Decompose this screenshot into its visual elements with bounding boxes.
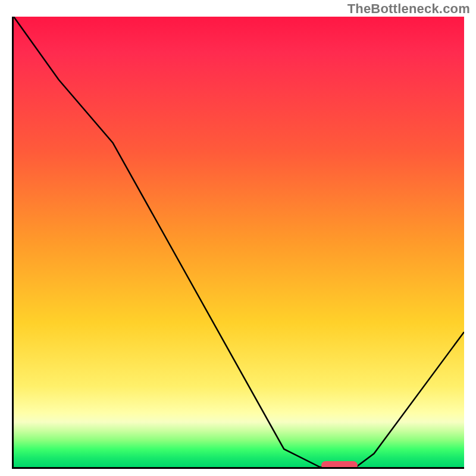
chart-container: TheBottleneck.com [0, 0, 476, 476]
optimal-marker [321, 461, 358, 469]
plot-area [12, 17, 464, 469]
curve-svg [14, 17, 464, 467]
bottleneck-curve-path [14, 17, 464, 467]
watermark-text: TheBottleneck.com [347, 1, 470, 17]
